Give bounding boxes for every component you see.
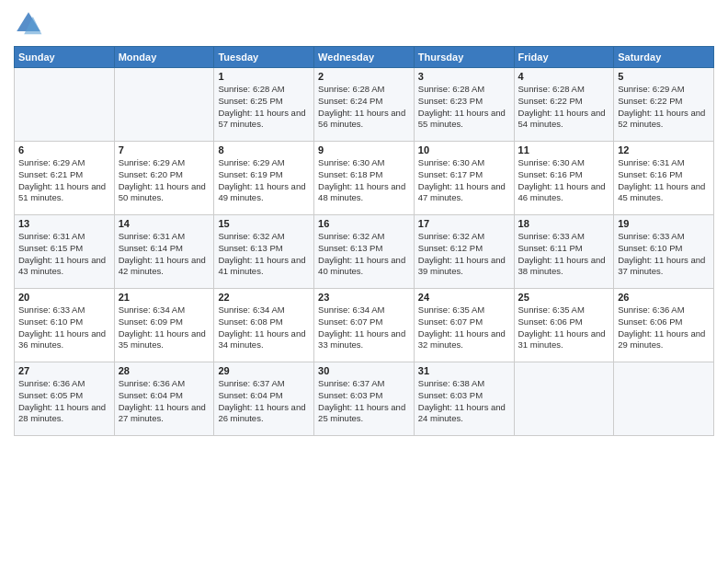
day-info: Sunrise: 6:33 AM Sunset: 6:11 PM Dayligh… bbox=[518, 231, 610, 278]
day-info: Sunrise: 6:38 AM Sunset: 6:03 PM Dayligh… bbox=[418, 378, 510, 425]
day-info: Sunrise: 6:30 AM Sunset: 6:17 PM Dayligh… bbox=[418, 157, 510, 204]
weekday-friday: Friday bbox=[514, 47, 614, 68]
weekday-header-row: SundayMondayTuesdayWednesdayThursdayFrid… bbox=[15, 47, 714, 68]
day-number: 14 bbox=[119, 218, 210, 229]
calendar-cell: 2Sunrise: 6:28 AM Sunset: 6:24 PM Daylig… bbox=[314, 68, 415, 142]
day-number: 2 bbox=[318, 71, 410, 82]
day-number: 15 bbox=[218, 218, 310, 229]
calendar-cell: 15Sunrise: 6:32 AM Sunset: 6:13 PM Dayli… bbox=[214, 215, 314, 289]
calendar-cell: 6Sunrise: 6:29 AM Sunset: 6:21 PM Daylig… bbox=[15, 142, 115, 215]
calendar-cell: 17Sunrise: 6:32 AM Sunset: 6:12 PM Dayli… bbox=[414, 215, 514, 289]
day-number: 22 bbox=[218, 292, 310, 303]
calendar-cell: 25Sunrise: 6:35 AM Sunset: 6:06 PM Dayli… bbox=[514, 289, 614, 362]
day-number: 29 bbox=[218, 365, 310, 376]
day-number: 25 bbox=[518, 292, 610, 303]
calendar-cell: 29Sunrise: 6:37 AM Sunset: 6:04 PM Dayli… bbox=[214, 362, 314, 436]
day-info: Sunrise: 6:28 AM Sunset: 6:23 PM Dayligh… bbox=[418, 84, 510, 131]
calendar-cell: 30Sunrise: 6:37 AM Sunset: 6:03 PM Dayli… bbox=[314, 362, 415, 436]
calendar-cell: 23Sunrise: 6:34 AM Sunset: 6:07 PM Dayli… bbox=[314, 289, 415, 362]
calendar-cell bbox=[114, 68, 214, 142]
calendar-cell: 14Sunrise: 6:31 AM Sunset: 6:14 PM Dayli… bbox=[114, 215, 214, 289]
calendar-cell bbox=[514, 362, 614, 436]
weekday-monday: Monday bbox=[114, 47, 214, 68]
day-info: Sunrise: 6:28 AM Sunset: 6:22 PM Dayligh… bbox=[518, 84, 610, 131]
day-info: Sunrise: 6:29 AM Sunset: 6:22 PM Dayligh… bbox=[618, 84, 710, 131]
day-info: Sunrise: 6:29 AM Sunset: 6:19 PM Dayligh… bbox=[218, 157, 310, 204]
day-info: Sunrise: 6:29 AM Sunset: 6:20 PM Dayligh… bbox=[119, 157, 210, 204]
day-number: 27 bbox=[18, 365, 110, 376]
weekday-sunday: Sunday bbox=[15, 47, 115, 68]
calendar-cell: 22Sunrise: 6:34 AM Sunset: 6:08 PM Dayli… bbox=[214, 289, 314, 362]
day-number: 31 bbox=[418, 365, 510, 376]
calendar-week-2: 6Sunrise: 6:29 AM Sunset: 6:21 PM Daylig… bbox=[15, 142, 714, 215]
calendar-cell: 7Sunrise: 6:29 AM Sunset: 6:20 PM Daylig… bbox=[114, 142, 214, 215]
page-header bbox=[14, 9, 714, 39]
day-info: Sunrise: 6:32 AM Sunset: 6:13 PM Dayligh… bbox=[318, 231, 410, 278]
calendar-cell: 3Sunrise: 6:28 AM Sunset: 6:23 PM Daylig… bbox=[414, 68, 514, 142]
day-number: 8 bbox=[218, 144, 310, 155]
calendar-cell: 11Sunrise: 6:30 AM Sunset: 6:16 PM Dayli… bbox=[514, 142, 614, 215]
day-number: 7 bbox=[119, 144, 210, 155]
day-number: 17 bbox=[418, 218, 510, 229]
calendar-cell: 5Sunrise: 6:29 AM Sunset: 6:22 PM Daylig… bbox=[614, 68, 714, 142]
day-info: Sunrise: 6:34 AM Sunset: 6:09 PM Dayligh… bbox=[119, 304, 210, 351]
calendar-cell: 4Sunrise: 6:28 AM Sunset: 6:22 PM Daylig… bbox=[514, 68, 614, 142]
day-info: Sunrise: 6:35 AM Sunset: 6:07 PM Dayligh… bbox=[418, 304, 510, 351]
day-info: Sunrise: 6:33 AM Sunset: 6:10 PM Dayligh… bbox=[18, 304, 110, 351]
day-number: 18 bbox=[518, 218, 610, 229]
day-info: Sunrise: 6:35 AM Sunset: 6:06 PM Dayligh… bbox=[518, 304, 610, 351]
day-number: 13 bbox=[18, 218, 110, 229]
logo-icon bbox=[14, 9, 43, 39]
day-info: Sunrise: 6:29 AM Sunset: 6:21 PM Dayligh… bbox=[18, 157, 110, 204]
weekday-thursday: Thursday bbox=[414, 47, 514, 68]
calendar-week-3: 13Sunrise: 6:31 AM Sunset: 6:15 PM Dayli… bbox=[15, 215, 714, 289]
day-info: Sunrise: 6:28 AM Sunset: 6:25 PM Dayligh… bbox=[218, 84, 310, 131]
day-info: Sunrise: 6:34 AM Sunset: 6:07 PM Dayligh… bbox=[318, 304, 410, 351]
calendar-table: SundayMondayTuesdayWednesdayThursdayFrid… bbox=[14, 46, 714, 436]
calendar-cell: 9Sunrise: 6:30 AM Sunset: 6:18 PM Daylig… bbox=[314, 142, 415, 215]
day-number: 10 bbox=[418, 144, 510, 155]
day-info: Sunrise: 6:34 AM Sunset: 6:08 PM Dayligh… bbox=[218, 304, 310, 351]
calendar-cell: 18Sunrise: 6:33 AM Sunset: 6:11 PM Dayli… bbox=[514, 215, 614, 289]
day-number: 16 bbox=[318, 218, 410, 229]
day-number: 24 bbox=[418, 292, 510, 303]
calendar-cell bbox=[15, 68, 115, 142]
calendar-cell bbox=[614, 362, 714, 436]
calendar-cell: 10Sunrise: 6:30 AM Sunset: 6:17 PM Dayli… bbox=[414, 142, 514, 215]
day-info: Sunrise: 6:31 AM Sunset: 6:15 PM Dayligh… bbox=[18, 231, 110, 278]
day-info: Sunrise: 6:37 AM Sunset: 6:03 PM Dayligh… bbox=[318, 378, 410, 425]
day-info: Sunrise: 6:36 AM Sunset: 6:06 PM Dayligh… bbox=[618, 304, 710, 351]
calendar-cell: 20Sunrise: 6:33 AM Sunset: 6:10 PM Dayli… bbox=[15, 289, 115, 362]
calendar-cell: 26Sunrise: 6:36 AM Sunset: 6:06 PM Dayli… bbox=[614, 289, 714, 362]
day-info: Sunrise: 6:33 AM Sunset: 6:10 PM Dayligh… bbox=[618, 231, 710, 278]
day-number: 30 bbox=[318, 365, 410, 376]
day-number: 19 bbox=[618, 218, 710, 229]
day-number: 5 bbox=[618, 71, 710, 82]
day-number: 23 bbox=[318, 292, 410, 303]
calendar-cell: 1Sunrise: 6:28 AM Sunset: 6:25 PM Daylig… bbox=[214, 68, 314, 142]
day-number: 21 bbox=[119, 292, 210, 303]
calendar-week-5: 27Sunrise: 6:36 AM Sunset: 6:05 PM Dayli… bbox=[15, 362, 714, 436]
day-number: 6 bbox=[18, 144, 110, 155]
calendar-cell: 13Sunrise: 6:31 AM Sunset: 6:15 PM Dayli… bbox=[15, 215, 115, 289]
day-number: 11 bbox=[518, 144, 610, 155]
day-number: 12 bbox=[618, 144, 710, 155]
calendar-cell: 19Sunrise: 6:33 AM Sunset: 6:10 PM Dayli… bbox=[614, 215, 714, 289]
day-number: 20 bbox=[18, 292, 110, 303]
day-info: Sunrise: 6:31 AM Sunset: 6:14 PM Dayligh… bbox=[119, 231, 210, 278]
calendar-week-1: 1Sunrise: 6:28 AM Sunset: 6:25 PM Daylig… bbox=[15, 68, 714, 142]
calendar-cell: 16Sunrise: 6:32 AM Sunset: 6:13 PM Dayli… bbox=[314, 215, 415, 289]
calendar-cell: 12Sunrise: 6:31 AM Sunset: 6:16 PM Dayli… bbox=[614, 142, 714, 215]
weekday-tuesday: Tuesday bbox=[214, 47, 314, 68]
day-info: Sunrise: 6:36 AM Sunset: 6:05 PM Dayligh… bbox=[18, 378, 110, 425]
calendar-cell: 31Sunrise: 6:38 AM Sunset: 6:03 PM Dayli… bbox=[414, 362, 514, 436]
day-info: Sunrise: 6:30 AM Sunset: 6:16 PM Dayligh… bbox=[518, 157, 610, 204]
day-info: Sunrise: 6:32 AM Sunset: 6:12 PM Dayligh… bbox=[418, 231, 510, 278]
day-info: Sunrise: 6:36 AM Sunset: 6:04 PM Dayligh… bbox=[119, 378, 210, 425]
day-info: Sunrise: 6:32 AM Sunset: 6:13 PM Dayligh… bbox=[218, 231, 310, 278]
calendar-week-4: 20Sunrise: 6:33 AM Sunset: 6:10 PM Dayli… bbox=[15, 289, 714, 362]
weekday-saturday: Saturday bbox=[614, 47, 714, 68]
calendar-cell: 8Sunrise: 6:29 AM Sunset: 6:19 PM Daylig… bbox=[214, 142, 314, 215]
day-number: 1 bbox=[218, 71, 310, 82]
day-number: 3 bbox=[418, 71, 510, 82]
